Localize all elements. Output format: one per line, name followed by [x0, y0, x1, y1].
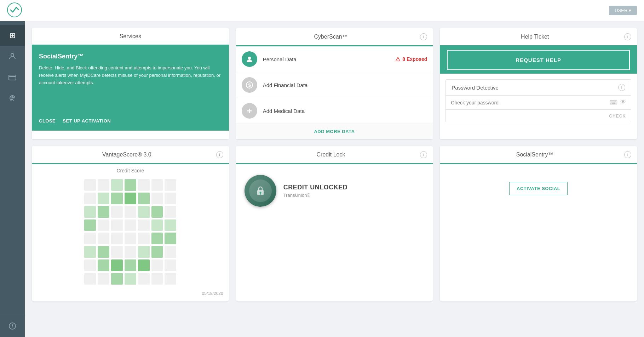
cyberscan-info-icon[interactable]: i — [420, 33, 427, 40]
mosaic-cell — [165, 219, 176, 231]
social-sentry-header: SocialSentry™ i — [440, 146, 637, 164]
mosaic-cell — [151, 233, 163, 244]
mosaic-cell — [125, 179, 136, 191]
password-detective-info-icon[interactable]: i — [618, 84, 625, 91]
main-layout: ⊞ — [0, 21, 644, 337]
password-icons: ⌨ 👁 — [609, 99, 626, 106]
close-button[interactable]: CLOSE — [39, 118, 56, 124]
svg-point-7 — [248, 57, 251, 59]
promo-actions: CLOSE SET UP ACTIVATION — [39, 118, 222, 124]
fingerprint-icon — [8, 95, 16, 104]
help-ticket-card-header: Help Ticket i — [440, 28, 637, 46]
mosaic-cell — [138, 273, 150, 285]
mosaic-cell — [111, 273, 123, 285]
credit-lock-title: Credit Lock — [242, 152, 420, 158]
credit-lock-info-icon[interactable]: i — [420, 151, 427, 158]
mosaic-cell — [98, 233, 109, 244]
vantagescore-header: VantageScore® 3.0 i — [32, 146, 229, 164]
check-button[interactable]: CHECK — [609, 114, 626, 119]
sidebar-item-card[interactable] — [0, 67, 25, 88]
mosaic-cell — [84, 259, 96, 271]
sidebar-item-profile[interactable] — [0, 46, 25, 67]
mosaic-cell — [151, 206, 163, 218]
mosaic-cell — [165, 193, 176, 204]
credit-union-text: TransUnion® — [283, 193, 348, 198]
password-input[interactable] — [451, 100, 606, 105]
cyberscan-title: CyberScan™ — [242, 34, 420, 40]
mosaic-cell — [84, 219, 96, 231]
help-ticket-title: Help Ticket — [445, 34, 624, 40]
vantagescore-info-icon[interactable]: i — [216, 151, 223, 158]
activate-social-button[interactable]: ACTIVATE SOCIAL — [509, 182, 568, 195]
eye-icon[interactable]: 👁 — [620, 99, 626, 106]
mosaic-cell — [98, 259, 109, 271]
add-more-data-link[interactable]: ADD MORE DATA — [236, 124, 433, 139]
mosaic-cell — [138, 246, 150, 258]
mosaic-cell — [98, 193, 109, 204]
mosaic-cell — [111, 206, 123, 218]
mosaic-cell — [125, 219, 136, 231]
dashboard-icon: ⊞ — [10, 31, 16, 40]
mosaic-cell — [84, 206, 96, 218]
mosaic-cell — [98, 246, 109, 258]
mosaic-cell — [111, 259, 123, 271]
compass-icon — [8, 322, 16, 331]
credit-lock-body: CREDIT UNLOCKED TransUnion® — [236, 164, 433, 217]
user-menu-button[interactable]: USER ▾ — [609, 6, 637, 15]
profile-icon — [8, 52, 16, 62]
mosaic-cell — [98, 219, 109, 231]
mosaic-cell — [125, 233, 136, 244]
mosaic-cell — [165, 206, 176, 218]
mosaic-cell — [125, 246, 136, 258]
social-sentry-info-icon[interactable]: i — [624, 151, 631, 158]
top-bar: USER ▾ — [0, 0, 644, 21]
cyberscan-card: CyberScan™ i Personal Data ⚠ — [236, 28, 433, 139]
dashboard-grid: Services SocialSentry™ Delete, Hide, and… — [32, 28, 637, 301]
services-promo: SocialSentry™ Delete, Hide, and Block of… — [32, 46, 229, 131]
financial-data-item[interactable]: $ Add Financial Data — [236, 72, 433, 98]
exposed-badge: ⚠ 8 Exposed — [395, 56, 427, 63]
credit-lock-header: Credit Lock i — [236, 146, 433, 164]
medical-data-item[interactable]: Add Medical Data — [236, 98, 433, 124]
mosaic-cell — [151, 259, 163, 271]
services-title: Services — [38, 33, 223, 40]
mosaic-cell — [151, 219, 163, 231]
mosaic-cell — [125, 259, 136, 271]
user-label: USER ▾ — [615, 8, 631, 13]
mosaic-cell — [138, 259, 150, 271]
medical-label: Add Medical Data — [263, 108, 427, 114]
mosaic-cell — [98, 179, 109, 191]
mosaic-cell — [138, 233, 150, 244]
password-detective-header: Password Detective i — [446, 80, 631, 96]
mosaic-cell — [125, 206, 136, 218]
mosaic-cell — [151, 193, 163, 204]
request-help-button[interactable]: REQUEST HELP — [447, 50, 630, 70]
mosaic-cell — [138, 219, 150, 231]
setup-activation-button[interactable]: SET UP ACTIVATION — [63, 118, 111, 124]
sidebar-item-compass[interactable] — [0, 316, 25, 337]
credit-lock-info: CREDIT UNLOCKED TransUnion® — [283, 184, 348, 198]
svg-rect-2 — [9, 75, 16, 80]
card-icon — [8, 74, 16, 82]
mosaic-cell — [151, 179, 163, 191]
svg-text:$: $ — [248, 82, 251, 88]
help-ticket-card: Help Ticket i REQUEST HELP Password Dete… — [440, 28, 637, 139]
vantagescore-title: VantageScore® 3.0 — [38, 152, 216, 158]
sidebar-item-fingerprint[interactable] — [0, 88, 25, 110]
exposed-count: 8 Exposed — [402, 56, 427, 62]
password-input-row: ⌨ 👁 — [446, 96, 631, 110]
social-sentry-title: SocialSentry™ — [445, 152, 624, 158]
sidebar-item-dashboard[interactable]: ⊞ — [0, 25, 25, 46]
vantagescore-card: VantageScore® 3.0 i Credit Score 05/18/2… — [32, 146, 229, 301]
mosaic-cell — [125, 193, 136, 204]
mosaic-cell — [98, 273, 109, 285]
mosaic-cell — [111, 219, 123, 231]
personal-data-item[interactable]: Personal Data ⚠ 8 Exposed — [236, 46, 433, 72]
request-help-wrap: REQUEST HELP — [440, 46, 637, 74]
help-ticket-info-icon[interactable]: i — [624, 33, 631, 40]
password-detective-section: Password Detective i ⌨ 👁 CHECK — [445, 79, 631, 122]
financial-label: Add Financial Data — [263, 82, 427, 88]
credit-lock-card: Credit Lock i — [236, 146, 433, 301]
cyberscan-card-header: CyberScan™ i — [236, 28, 433, 46]
services-card-header: Services — [32, 28, 229, 46]
